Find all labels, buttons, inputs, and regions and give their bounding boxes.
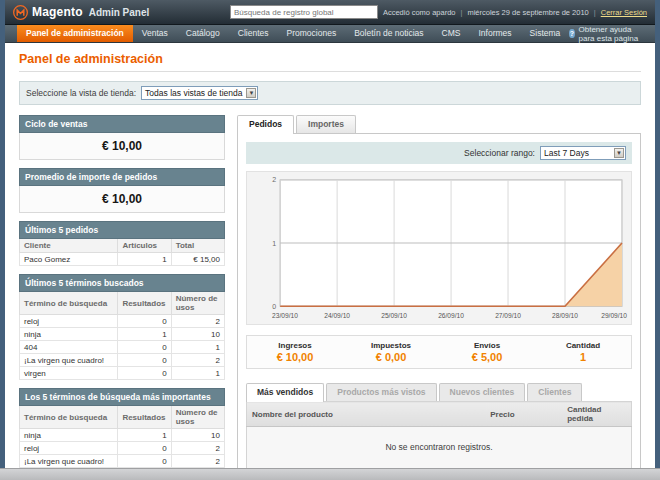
page-help-link[interactable]: ? Obtener ayuda para esta página (569, 25, 655, 42)
nav-item-dashboard[interactable]: Panel de administración (17, 25, 133, 42)
table-row[interactable]: reloj 0 2 (20, 442, 225, 455)
current-date: miércoles 29 de septiembre de 2010 (467, 8, 588, 17)
global-search-input[interactable] (230, 5, 378, 19)
cell-results: 0 (118, 367, 171, 380)
store-view-label: Seleccione la vista de tienda: (26, 88, 136, 98)
cell-uses: 2 (171, 354, 224, 367)
top-search-terms-box: Los 5 términos de búsqueda más important… (19, 388, 225, 480)
table-row[interactable]: virgen 0 1 (20, 367, 225, 380)
cell-term: reloj (20, 315, 118, 328)
column-header: Nombre del producto (247, 402, 486, 427)
stat-shipping: Envíos € 5,00 (439, 341, 535, 363)
products-tabs: Más vendidos Productos más vistos Nuevos… (246, 383, 632, 401)
last-orders-table: Cliente Artículos Total Paco Gomez 1 € 1… (19, 239, 225, 266)
column-header: Precio (485, 402, 562, 427)
cell-uses: 1 (171, 367, 224, 380)
svg-text:27/09/10: 27/09/10 (495, 312, 521, 319)
table-row[interactable]: Paco Gomez 1 € 15,00 (20, 253, 225, 266)
nav-item-catalog[interactable]: Catálogo (177, 25, 229, 42)
stat-value: € 5,00 (439, 351, 535, 363)
cell-results: 0 (118, 455, 171, 468)
nav-item-sales[interactable]: Ventas (133, 25, 177, 42)
tab-orders[interactable]: Pedidos (237, 115, 294, 134)
cell-uses: 10 (171, 429, 224, 442)
tab-new-customers[interactable]: Nuevos clientes (439, 383, 526, 401)
cell-term: ninja (20, 328, 118, 341)
browser-frame: Magento Admin Panel Accedió como apardo … (0, 0, 660, 480)
average-orders-box: Promedio de importe de pedidos € 10,00 (19, 168, 225, 213)
store-view-bar: Seleccione la vista de tienda: Todas las… (19, 81, 641, 105)
stat-quantity: Cantidad 1 (535, 341, 631, 363)
stat-label: Cantidad (535, 341, 631, 350)
page-title: Panel de administración (19, 52, 641, 72)
cell-results: 1 (118, 328, 171, 341)
bestsellers-table: Nombre del producto Precio Cantidad pedi… (246, 401, 632, 469)
cell-results: 0 (118, 315, 171, 328)
cell-term: ¡La virgen que cuadro! (20, 455, 118, 468)
chevron-down-icon: ▼ (614, 148, 624, 158)
column-header: Número de usos (171, 292, 224, 315)
column-header: Término de búsqueda (20, 406, 118, 429)
logout-link[interactable]: Cerrar Sesión (601, 8, 647, 17)
store-view-select[interactable]: Todas las vistas de tienda ▼ (141, 86, 258, 100)
window-bottom-bar (0, 468, 660, 480)
svg-text:1: 1 (272, 240, 276, 247)
lifetime-sales-value: € 10,00 (19, 133, 225, 160)
table-row[interactable]: ninja 1 10 (20, 328, 225, 341)
last-search-terms-title: Últimos 5 términos buscados (19, 274, 225, 292)
svg-text:0: 0 (272, 303, 276, 310)
orders-chart-container: 01223/09/1024/09/1025/09/1026/09/1027/09… (246, 171, 632, 325)
range-select[interactable]: Last 7 Days ▼ (540, 146, 626, 160)
cell-results: 0 (118, 341, 171, 354)
stat-label: Ingresos (247, 341, 343, 350)
table-row[interactable]: reloj 0 2 (20, 315, 225, 328)
nav-item-newsletter[interactable]: Boletín de noticias (345, 25, 432, 42)
column-header: Artículos (118, 239, 171, 253)
nav-item-promotions[interactable]: Promociones (278, 25, 346, 42)
nav-item-customers[interactable]: Clientes (229, 25, 278, 42)
top-search-terms-title: Los 5 términos de búsqueda más important… (19, 388, 225, 406)
column-header: Resultados (118, 292, 171, 315)
tab-customers[interactable]: Clientes (527, 383, 582, 401)
help-icon: ? (569, 29, 574, 38)
cell-items: 1 (118, 253, 171, 266)
svg-text:23/09/10: 23/09/10 (272, 312, 298, 319)
store-view-value: Todas las vistas de tienda (145, 88, 242, 98)
tab-most-viewed[interactable]: Productos más vistos (326, 383, 436, 401)
stat-value: € 10,00 (247, 351, 343, 363)
main-nav: Panel de administración Ventas Catálogo … (5, 25, 655, 43)
nav-item-system[interactable]: Sistema (521, 25, 570, 42)
nav-item-cms[interactable]: CMS (433, 25, 470, 42)
table-row[interactable]: 404 0 1 (20, 341, 225, 354)
table-row[interactable]: ninja 1 10 (20, 429, 225, 442)
tab-bestsellers[interactable]: Más vendidos (246, 383, 324, 402)
tab-amounts[interactable]: Importes (296, 115, 356, 133)
separator: | (460, 8, 462, 17)
cell-uses: 2 (171, 455, 224, 468)
cell-uses: 2 (171, 315, 224, 328)
last-search-terms-table: Término de búsqueda Resultados Número de… (19, 292, 225, 380)
range-value: Last 7 Days (544, 148, 589, 158)
column-header: Total (171, 239, 224, 253)
svg-text:28/09/10: 28/09/10 (552, 312, 578, 319)
column-header: Resultados (118, 406, 171, 429)
cell-term: reloj (20, 442, 118, 455)
last-search-terms-box: Últimos 5 términos buscados Término de b… (19, 274, 225, 380)
empty-message: No se encontraron registros. (247, 427, 632, 469)
cell-term: virgen (20, 367, 118, 380)
stat-label: Impuestos (343, 341, 439, 350)
cell-uses: 1 (171, 341, 224, 354)
cell-term: ¡La virgen que cuadro! (20, 354, 118, 367)
last-orders-box: Últimos 5 pedidos Cliente Artículos Tota… (19, 221, 225, 266)
table-row[interactable]: ¡La virgen que cuadro! 0 2 (20, 354, 225, 367)
nav-item-reports[interactable]: Informes (470, 25, 521, 42)
svg-text:25/09/10: 25/09/10 (381, 312, 407, 319)
table-row[interactable]: ¡La virgen que cuadro! 0 2 (20, 455, 225, 468)
cell-total: € 15,00 (171, 253, 224, 266)
svg-text:2: 2 (272, 176, 276, 183)
dashboard-main: Pedidos Importes Seleccionar rango: Last… (237, 115, 641, 480)
stat-label: Envíos (439, 341, 535, 350)
column-header: Término de búsqueda (20, 292, 118, 315)
brand-suffix: Admin Panel (89, 7, 150, 18)
page-content: Panel de administración Seleccione la vi… (5, 43, 655, 480)
